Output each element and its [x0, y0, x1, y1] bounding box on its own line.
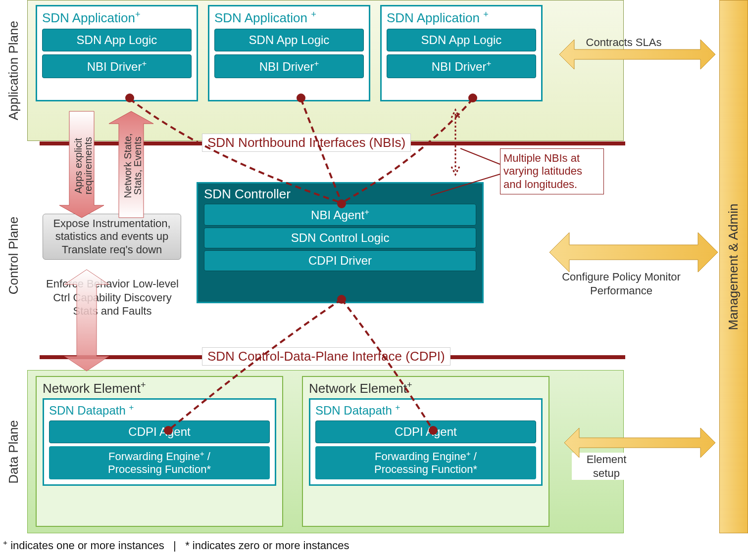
network-element-1: Network Element+ SDN Datapath + CDPI Age…: [36, 376, 283, 527]
sdn-app-logic-box: SDN App Logic: [42, 29, 192, 51]
controller-title: SDN Controller: [204, 187, 476, 202]
sdn-app-logic-box: SDN App Logic: [387, 29, 536, 51]
configure-policy-label: Configure Policy Monitor Performance: [557, 270, 686, 297]
expose-note: Expose Instrumentation, statistics and e…: [43, 214, 181, 260]
sdn-app-title: SDN Application+: [42, 9, 192, 26]
nbi-interface-label: SDN Northbound Interfaces (NBIs): [202, 134, 411, 152]
control-plane-label: Control Plane: [0, 141, 27, 370]
forwarding-engine-box: Forwarding Engine+ /Processing Function*: [49, 446, 270, 479]
sdn-application-3: SDN Application + SDN App Logic NBI Driv…: [380, 5, 543, 101]
network-element-title: Network Element+: [309, 380, 543, 396]
cdpi-agent-box: CDPI Agent: [315, 420, 536, 443]
svg-text:requirements: requirements: [83, 137, 94, 195]
management-admin-region: Management & Admin: [719, 0, 748, 533]
sdn-app-title: SDN Application +: [387, 9, 536, 26]
data-plane-label: Data Plane: [0, 370, 27, 533]
sdn-app-logic-box: SDN App Logic: [214, 29, 364, 51]
element-setup-label: Element setup: [572, 453, 641, 480]
enforce-note: Enforce Behavior Low-level Ctrl Capabili…: [46, 277, 179, 318]
cdpi-agent-box: CDPI Agent: [49, 420, 270, 443]
sdn-application-2: SDN Application + SDN App Logic NBI Driv…: [208, 5, 370, 101]
contracts-label: Contracts SLAs: [582, 36, 666, 49]
forwarding-engine-box: Forwarding Engine+ /Processing Function*: [315, 446, 536, 479]
nbi-agent-box: NBI Agent+: [204, 204, 476, 226]
network-element-2: Network Element+ SDN Datapath + CDPI Age…: [302, 376, 549, 527]
svg-line-5: [460, 148, 500, 164]
sdn-app-title: SDN Application +: [214, 9, 364, 26]
application-plane-label: Application Plane: [0, 0, 27, 141]
network-element-title: Network Element+: [43, 380, 276, 396]
configure-arrow: [549, 233, 718, 272]
nbi-driver-box: NBI Driver+: [387, 54, 536, 78]
datapath-title: SDN Datapath +: [315, 403, 536, 418]
sdn-control-logic-box: SDN Control Logic: [204, 228, 476, 248]
svg-text:Apps explicit: Apps explicit: [73, 138, 84, 193]
nbi-driver-box: NBI Driver+: [214, 54, 364, 78]
datapath-title: SDN Datapath +: [49, 403, 270, 418]
cdpi-interface-label: SDN Control-Data-Plane Interface (CDPI): [202, 347, 450, 366]
nbi-driver-box: NBI Driver+: [42, 54, 192, 78]
sdn-datapath-2: SDN Datapath + CDPI Agent Forwarding Eng…: [309, 398, 543, 486]
sdn-application-1: SDN Application+ SDN App Logic NBI Drive…: [36, 5, 198, 101]
sdn-datapath-1: SDN Datapath + CDPI Agent Forwarding Eng…: [43, 398, 276, 486]
multiple-nbi-callout: Multiple NBIs at varying latitudes and l…: [500, 148, 604, 194]
cdpi-driver-box: CDPI Driver: [204, 250, 476, 271]
footnote: + indicates one or more instances | * in…: [3, 538, 349, 552]
sdn-controller: SDN Controller NBI Agent+ SDN Control Lo…: [197, 182, 484, 303]
